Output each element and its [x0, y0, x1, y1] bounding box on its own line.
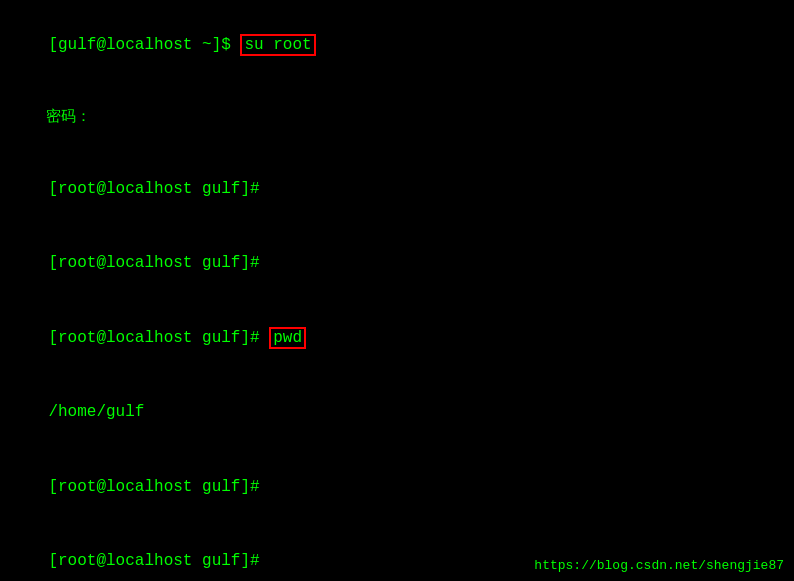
terminal-window: [gulf@localhost ~]$ su root 密码： [root@lo… [0, 0, 794, 581]
terminal-line: [root@localhost gulf]# [10, 227, 784, 301]
highlighted-command: pwd [269, 327, 306, 349]
terminal-line: [root@localhost gulf]# pwd [10, 301, 784, 375]
terminal-line: 密码： [10, 82, 784, 152]
line-text: [root@localhost gulf]# [48, 552, 259, 570]
line-text: [root@localhost gulf]# [48, 478, 259, 496]
terminal-line: /home/gulf [10, 375, 784, 449]
terminal-line: [gulf@localhost ~]$ su root [10, 8, 784, 82]
line-prefix: [gulf@localhost ~]$ [48, 36, 240, 54]
line-prefix: [root@localhost gulf]# [48, 329, 269, 347]
watermark: https://blog.csdn.net/shengjie87 [534, 558, 784, 573]
highlighted-command: su root [240, 34, 315, 56]
line-text: 密码： [46, 109, 91, 126]
line-text: [root@localhost gulf]# [48, 254, 259, 272]
line-text: /home/gulf [48, 403, 144, 421]
line-text: [root@localhost gulf]# [48, 180, 259, 198]
terminal-line: [root@localhost gulf]# [10, 152, 784, 226]
terminal-line: [root@localhost gulf]# [10, 450, 784, 524]
